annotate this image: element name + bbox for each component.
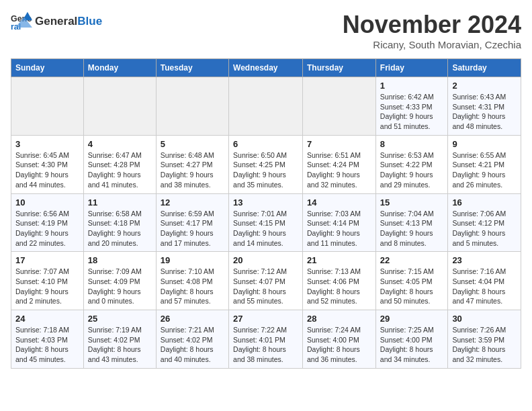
weekday-header-thursday: Thursday — [303, 59, 376, 77]
calendar-cell: 12Sunrise: 6:59 AM Sunset: 4:17 PM Dayli… — [156, 193, 228, 252]
calendar-cell: 23Sunrise: 7:16 AM Sunset: 4:04 PM Dayli… — [448, 252, 521, 310]
day-info: Sunrise: 6:51 AM Sunset: 4:24 PM Dayligh… — [307, 150, 371, 190]
day-number: 24 — [15, 314, 79, 324]
day-number: 17 — [15, 255, 79, 265]
weekday-header-saturday: Saturday — [448, 59, 521, 77]
calendar-table: SundayMondayTuesdayWednesdayThursdayFrid… — [11, 58, 521, 369]
day-info: Sunrise: 6:56 AM Sunset: 4:19 PM Dayligh… — [15, 209, 79, 248]
day-number: 16 — [452, 197, 517, 208]
day-number: 10 — [15, 197, 79, 208]
day-info: Sunrise: 7:04 AM Sunset: 4:13 PM Dayligh… — [380, 209, 444, 248]
day-number: 14 — [307, 197, 371, 208]
day-info: Sunrise: 6:48 AM Sunset: 4:27 PM Dayligh… — [161, 150, 224, 190]
calendar-cell: 24Sunrise: 7:18 AM Sunset: 4:03 PM Dayli… — [11, 310, 84, 369]
day-number: 7 — [307, 139, 371, 149]
week-row-1: 3Sunrise: 6:45 AM Sunset: 4:30 PM Daylig… — [11, 135, 521, 193]
calendar-cell: 6Sunrise: 6:50 AM Sunset: 4:25 PM Daylig… — [229, 135, 303, 193]
day-info: Sunrise: 7:13 AM Sunset: 4:06 PM Dayligh… — [307, 267, 371, 306]
calendar-cell: 28Sunrise: 7:24 AM Sunset: 4:00 PM Dayli… — [303, 310, 376, 369]
day-info: Sunrise: 7:24 AM Sunset: 4:00 PM Dayligh… — [307, 325, 371, 365]
day-number: 22 — [380, 255, 444, 265]
calendar-cell: 7Sunrise: 6:51 AM Sunset: 4:24 PM Daylig… — [303, 135, 376, 193]
day-number: 4 — [88, 139, 152, 149]
day-number: 23 — [452, 255, 517, 265]
calendar-cell — [11, 77, 84, 136]
week-row-2: 10Sunrise: 6:56 AM Sunset: 4:19 PM Dayli… — [11, 193, 521, 252]
location: Ricany, South Moravian, Czechia — [343, 39, 521, 50]
weekday-header-sunday: Sunday — [11, 59, 84, 77]
logo-icon: Gene ral — [11, 11, 32, 32]
calendar-cell: 21Sunrise: 7:13 AM Sunset: 4:06 PM Dayli… — [303, 252, 376, 310]
calendar-cell — [229, 77, 303, 136]
calendar-cell: 15Sunrise: 7:04 AM Sunset: 4:13 PM Dayli… — [375, 193, 448, 252]
day-number: 8 — [380, 139, 444, 149]
calendar-cell: 20Sunrise: 7:12 AM Sunset: 4:07 PM Dayli… — [229, 252, 303, 310]
day-info: Sunrise: 6:58 AM Sunset: 4:18 PM Dayligh… — [88, 209, 152, 248]
calendar-cell: 16Sunrise: 7:06 AM Sunset: 4:12 PM Dayli… — [448, 193, 521, 252]
page-header: Gene ral GeneralBlue November 2024 Rican… — [11, 11, 521, 50]
calendar-cell: 3Sunrise: 6:45 AM Sunset: 4:30 PM Daylig… — [11, 135, 84, 193]
day-info: Sunrise: 6:50 AM Sunset: 4:25 PM Dayligh… — [233, 150, 298, 190]
day-number: 2 — [452, 81, 517, 91]
calendar-cell: 17Sunrise: 7:07 AM Sunset: 4:10 PM Dayli… — [11, 252, 84, 310]
weekday-header-monday: Monday — [83, 59, 156, 77]
calendar-cell: 4Sunrise: 6:47 AM Sunset: 4:28 PM Daylig… — [83, 135, 156, 193]
week-row-0: 1Sunrise: 6:42 AM Sunset: 4:33 PM Daylig… — [11, 77, 521, 136]
calendar-cell: 30Sunrise: 7:26 AM Sunset: 3:59 PM Dayli… — [448, 310, 521, 369]
day-info: Sunrise: 7:15 AM Sunset: 4:05 PM Dayligh… — [380, 267, 444, 306]
day-number: 3 — [15, 139, 79, 149]
day-number: 30 — [452, 314, 517, 324]
day-number: 5 — [161, 139, 224, 149]
day-info: Sunrise: 7:19 AM Sunset: 4:02 PM Dayligh… — [88, 325, 152, 365]
calendar-cell: 10Sunrise: 6:56 AM Sunset: 4:19 PM Dayli… — [11, 193, 84, 252]
weekday-header-tuesday: Tuesday — [156, 59, 228, 77]
day-number: 29 — [380, 314, 444, 324]
calendar-cell: 18Sunrise: 7:09 AM Sunset: 4:09 PM Dayli… — [83, 252, 156, 310]
day-info: Sunrise: 6:55 AM Sunset: 4:21 PM Dayligh… — [452, 150, 517, 190]
title-area: November 2024 Ricany, South Moravian, Cz… — [343, 11, 521, 50]
calendar-cell: 27Sunrise: 7:22 AM Sunset: 4:01 PM Dayli… — [229, 310, 303, 369]
calendar-cell: 5Sunrise: 6:48 AM Sunset: 4:27 PM Daylig… — [156, 135, 228, 193]
calendar-cell: 9Sunrise: 6:55 AM Sunset: 4:21 PM Daylig… — [448, 135, 521, 193]
week-row-4: 24Sunrise: 7:18 AM Sunset: 4:03 PM Dayli… — [11, 310, 521, 369]
day-number: 11 — [88, 197, 152, 208]
day-info: Sunrise: 7:10 AM Sunset: 4:08 PM Dayligh… — [161, 267, 224, 306]
day-info: Sunrise: 7:01 AM Sunset: 4:15 PM Dayligh… — [233, 209, 298, 248]
day-number: 26 — [161, 314, 224, 324]
calendar-cell: 26Sunrise: 7:21 AM Sunset: 4:02 PM Dayli… — [156, 310, 228, 369]
calendar-cell — [156, 77, 228, 136]
day-info: Sunrise: 6:42 AM Sunset: 4:33 PM Dayligh… — [380, 92, 444, 132]
day-info: Sunrise: 7:22 AM Sunset: 4:01 PM Dayligh… — [233, 325, 298, 365]
day-number: 1 — [380, 81, 444, 91]
day-info: Sunrise: 7:06 AM Sunset: 4:12 PM Dayligh… — [452, 209, 517, 248]
day-number: 13 — [233, 197, 298, 208]
month-title: November 2024 — [343, 11, 521, 39]
day-number: 6 — [233, 139, 298, 149]
calendar-cell — [303, 77, 376, 136]
calendar-cell: 2Sunrise: 6:43 AM Sunset: 4:31 PM Daylig… — [448, 77, 521, 136]
day-number: 27 — [233, 314, 298, 324]
day-info: Sunrise: 6:59 AM Sunset: 4:17 PM Dayligh… — [161, 209, 224, 248]
day-number: 28 — [307, 314, 371, 324]
day-info: Sunrise: 6:43 AM Sunset: 4:31 PM Dayligh… — [452, 92, 517, 132]
calendar-cell: 25Sunrise: 7:19 AM Sunset: 4:02 PM Dayli… — [83, 310, 156, 369]
weekday-header-row: SundayMondayTuesdayWednesdayThursdayFrid… — [11, 59, 521, 77]
calendar-cell: 29Sunrise: 7:25 AM Sunset: 4:00 PM Dayli… — [375, 310, 448, 369]
calendar-cell: 1Sunrise: 6:42 AM Sunset: 4:33 PM Daylig… — [375, 77, 448, 136]
calendar-body: 1Sunrise: 6:42 AM Sunset: 4:33 PM Daylig… — [11, 77, 521, 369]
weekday-header-wednesday: Wednesday — [229, 59, 303, 77]
day-number: 19 — [161, 255, 224, 265]
calendar-cell: 8Sunrise: 6:53 AM Sunset: 4:22 PM Daylig… — [375, 135, 448, 193]
day-number: 18 — [88, 255, 152, 265]
week-row-3: 17Sunrise: 7:07 AM Sunset: 4:10 PM Dayli… — [11, 252, 521, 310]
day-info: Sunrise: 7:21 AM Sunset: 4:02 PM Dayligh… — [161, 325, 224, 365]
calendar-cell: 22Sunrise: 7:15 AM Sunset: 4:05 PM Dayli… — [375, 252, 448, 310]
calendar-cell: 19Sunrise: 7:10 AM Sunset: 4:08 PM Dayli… — [156, 252, 228, 310]
logo: Gene ral GeneralBlue — [11, 11, 102, 32]
day-number: 9 — [452, 139, 517, 149]
day-number: 25 — [88, 314, 152, 324]
day-number: 15 — [380, 197, 444, 208]
weekday-header-friday: Friday — [375, 59, 448, 77]
day-info: Sunrise: 7:09 AM Sunset: 4:09 PM Dayligh… — [88, 267, 152, 306]
day-info: Sunrise: 6:45 AM Sunset: 4:30 PM Dayligh… — [15, 150, 79, 190]
